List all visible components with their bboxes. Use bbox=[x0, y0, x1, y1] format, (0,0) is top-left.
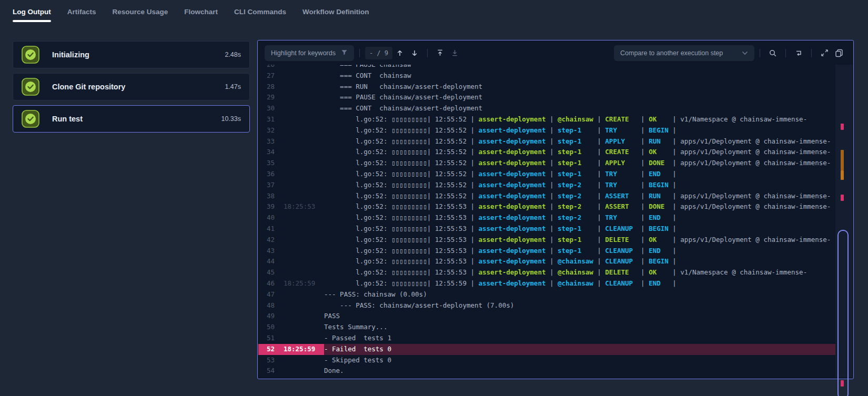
line-number: 48 bbox=[258, 300, 278, 311]
log-line-27[interactable]: 27 === CONT chainsaw bbox=[258, 70, 837, 82]
toolbar-divider bbox=[359, 49, 360, 57]
line-timestamp bbox=[278, 125, 324, 136]
line-number: 37 bbox=[258, 180, 278, 191]
tab-flowchart[interactable]: Flowchart bbox=[184, 0, 218, 23]
scrollbar-marker bbox=[841, 170, 844, 180]
line-timestamp bbox=[278, 92, 324, 103]
line-content: l.go:52: ▯▯▯▯▯▯▯▯▯| 12:55:52 | assert-de… bbox=[324, 191, 837, 202]
log-line-31[interactable]: 31 l.go:52: ▯▯▯▯▯▯▯▯▯| 12:55:52 | assert… bbox=[258, 114, 837, 125]
success-check-icon bbox=[22, 46, 39, 64]
expand-icon bbox=[821, 49, 829, 57]
line-content: Done. bbox=[324, 365, 837, 377]
highlight-keywords-dropdown[interactable]: Highlight for keywords bbox=[265, 45, 354, 61]
log-line-32[interactable]: 32 l.go:52: ▯▯▯▯▯▯▯▯▯| 12:55:52 | assert… bbox=[258, 125, 837, 136]
tab-workflow-definition[interactable]: Workflow Definition bbox=[302, 0, 369, 23]
log-line-48[interactable]: 48 --- PASS: chainsaw/assert-deployment … bbox=[258, 300, 837, 311]
log-line-38[interactable]: 38 l.go:52: ▯▯▯▯▯▯▯▯▯| 12:55:52 | assert… bbox=[258, 191, 837, 202]
log-body[interactable]: 26 === PAUSE chainsaw27 === CONT chainsa… bbox=[258, 65, 837, 378]
line-number: 30 bbox=[258, 103, 278, 114]
scroll-to-bottom-button[interactable] bbox=[448, 46, 462, 60]
line-number: 42 bbox=[258, 235, 278, 246]
log-line-52[interactable]: 5218:25:59- Failed tests 0 bbox=[258, 344, 837, 355]
log-line-45[interactable]: 45 l.go:52: ▯▯▯▯▯▯▯▯▯| 12:55:53 | assert… bbox=[258, 267, 837, 278]
step-item-initializing[interactable]: Initializing2.48s bbox=[13, 41, 250, 68]
log-line-33[interactable]: 33 l.go:52: ▯▯▯▯▯▯▯▯▯| 12:55:52 | assert… bbox=[258, 136, 837, 147]
line-timestamp bbox=[278, 365, 324, 377]
log-line-40[interactable]: 40 l.go:52: ▯▯▯▯▯▯▯▯▯| 12:55:53 | assert… bbox=[258, 212, 837, 224]
line-timestamp: 18:25:59 bbox=[278, 278, 324, 289]
search-button[interactable] bbox=[765, 46, 780, 60]
log-line-26[interactable]: 26 === PAUSE chainsaw bbox=[258, 65, 837, 70]
line-timestamp bbox=[278, 300, 324, 311]
line-number: 39 bbox=[258, 201, 278, 212]
success-check-icon bbox=[22, 110, 39, 128]
line-content: l.go:52: ▯▯▯▯▯▯▯▯▯| 12:55:52 | assert-de… bbox=[324, 136, 837, 147]
line-timestamp bbox=[278, 169, 324, 180]
log-line-36[interactable]: 36 l.go:52: ▯▯▯▯▯▯▯▯▯| 12:55:52 | assert… bbox=[258, 169, 837, 180]
compare-step-label: Compare to another execution step bbox=[620, 49, 723, 57]
tab-artifacts[interactable]: Artifacts bbox=[67, 0, 96, 23]
log-line-43[interactable]: 43 l.go:52: ▯▯▯▯▯▯▯▯▯| 12:55:53 | assert… bbox=[258, 246, 837, 257]
log-line-35[interactable]: 35 l.go:52: ▯▯▯▯▯▯▯▯▯| 12:55:52 | assert… bbox=[258, 158, 837, 169]
step-item-clone-git-repository[interactable]: Clone Git repository1.47s bbox=[13, 73, 250, 100]
tab-cli-commands[interactable]: CLI Commands bbox=[234, 0, 286, 23]
tab-log-output[interactable]: Log Output bbox=[13, 0, 51, 23]
scrollbar-thumb[interactable] bbox=[837, 230, 849, 396]
log-line-39[interactable]: 3918:25:53 l.go:52: ▯▯▯▯▯▯▯▯▯| 12:55:53 … bbox=[258, 201, 837, 212]
step-duration: 10.33s bbox=[221, 115, 241, 123]
line-content: --- PASS: chainsaw/assert-deployment (7.… bbox=[324, 300, 837, 311]
next-match-button[interactable] bbox=[407, 46, 422, 60]
log-line-54[interactable]: 54Done. bbox=[258, 365, 837, 377]
line-number: 46 bbox=[258, 278, 278, 289]
log-line-49[interactable]: 49PASS bbox=[258, 311, 837, 322]
step-duration: 1.47s bbox=[225, 83, 241, 90]
log-line-53[interactable]: 53- Skipped tests 0 bbox=[258, 355, 837, 366]
log-line-37[interactable]: 37 l.go:52: ▯▯▯▯▯▯▯▯▯| 12:55:52 | assert… bbox=[258, 180, 837, 191]
scrollbar-marker bbox=[841, 195, 844, 201]
line-number: 51 bbox=[258, 333, 278, 344]
log-line-30[interactable]: 30 === CONT chainsaw/assert-deployment bbox=[258, 103, 837, 114]
highlight-keywords-label: Highlight for keywords bbox=[271, 49, 336, 57]
line-number: 27 bbox=[258, 70, 278, 82]
line-content: === CONT chainsaw bbox=[324, 70, 837, 82]
line-content: l.go:52: ▯▯▯▯▯▯▯▯▯| 12:55:53 | assert-de… bbox=[324, 224, 837, 235]
line-content: l.go:52: ▯▯▯▯▯▯▯▯▯| 12:55:59 | assert-de… bbox=[324, 278, 837, 289]
log-line-51[interactable]: 51- Passed tests 1 bbox=[258, 333, 837, 344]
arrow-down-icon bbox=[410, 49, 419, 57]
scroll-to-top-button[interactable] bbox=[433, 46, 448, 60]
log-line-46[interactable]: 4618:25:59 l.go:52: ▯▯▯▯▯▯▯▯▯| 12:55:59 … bbox=[258, 278, 837, 289]
line-timestamp bbox=[278, 212, 324, 224]
line-content: l.go:52: ▯▯▯▯▯▯▯▯▯| 12:55:53 | assert-de… bbox=[324, 212, 837, 224]
log-output-panel: Highlight for keywords - / 9 Compare to … bbox=[257, 40, 854, 379]
log-scrollbar-track[interactable] bbox=[835, 65, 853, 378]
log-line-47[interactable]: 47--- PASS: chainsaw (0.00s) bbox=[258, 289, 837, 300]
log-line-42[interactable]: 42 l.go:52: ▯▯▯▯▯▯▯▯▯| 12:55:53 | assert… bbox=[258, 235, 837, 246]
compare-step-dropdown[interactable]: Compare to another execution step bbox=[614, 45, 754, 61]
line-timestamp bbox=[278, 311, 324, 322]
log-line-29[interactable]: 29 === PAUSE chainsaw/assert-deployment bbox=[258, 92, 837, 103]
line-content: l.go:52: ▯▯▯▯▯▯▯▯▯| 12:55:53 | assert-de… bbox=[324, 201, 837, 212]
line-timestamp: 18:25:59 bbox=[278, 344, 324, 355]
line-timestamp bbox=[278, 103, 324, 114]
expand-button[interactable] bbox=[817, 46, 832, 60]
copy-button[interactable] bbox=[832, 46, 846, 60]
log-line-41[interactable]: 41 l.go:52: ▯▯▯▯▯▯▯▯▯| 12:55:53 | assert… bbox=[258, 224, 837, 235]
line-content: - Skipped tests 0 bbox=[324, 355, 837, 366]
scroll-to-top-icon bbox=[436, 49, 444, 57]
arrow-up-icon bbox=[396, 49, 404, 57]
line-content: l.go:52: ▯▯▯▯▯▯▯▯▯| 12:55:53 | assert-de… bbox=[324, 235, 837, 246]
tab-resource-usage[interactable]: Resource Usage bbox=[113, 0, 168, 23]
log-line-28[interactable]: 28 === RUN chainsaw/assert-deployment bbox=[258, 82, 837, 93]
line-number: 26 bbox=[258, 65, 278, 70]
log-line-50[interactable]: 50Tests Summary... bbox=[258, 322, 837, 333]
line-content: - Passed tests 1 bbox=[324, 333, 837, 344]
log-line-44[interactable]: 44 l.go:52: ▯▯▯▯▯▯▯▯▯| 12:55:53 | assert… bbox=[258, 256, 837, 267]
line-number: 31 bbox=[258, 114, 278, 125]
wrap-text-button[interactable] bbox=[791, 46, 806, 60]
step-item-run-test[interactable]: Run test10.33s bbox=[13, 105, 250, 133]
toolbar-divider bbox=[760, 49, 760, 57]
line-content: l.go:52: ▯▯▯▯▯▯▯▯▯| 12:55:52 | assert-de… bbox=[324, 158, 837, 169]
log-line-34[interactable]: 34 l.go:52: ▯▯▯▯▯▯▯▯▯| 12:55:52 | assert… bbox=[258, 147, 837, 158]
previous-match-button[interactable] bbox=[392, 46, 407, 60]
line-number: 28 bbox=[258, 82, 278, 93]
